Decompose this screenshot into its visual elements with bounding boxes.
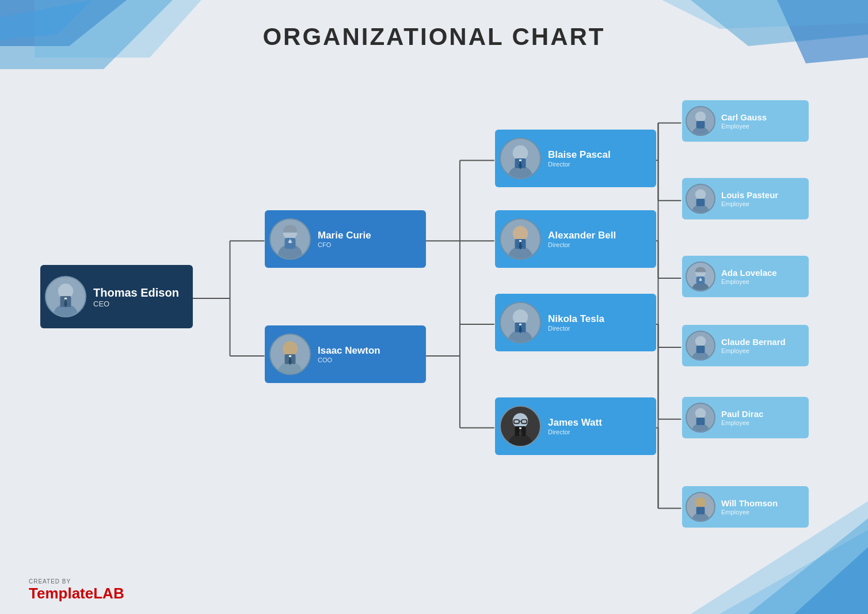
- svg-point-86: [695, 336, 706, 346]
- chart-container: Thomas Edison CEO Marie Curie CFO: [23, 63, 845, 568]
- employee-bernard-role: Employee: [721, 347, 786, 354]
- cfo-name: Marie Curie: [318, 230, 371, 241]
- svg-point-68: [513, 413, 528, 428]
- employee-bernard-text: Claude Bernard Employee: [721, 337, 786, 354]
- svg-rect-75: [519, 427, 521, 429]
- director-bell-role: Director: [548, 241, 616, 248]
- director-watt-avatar: [500, 405, 541, 447]
- director-watt-node: James Watt Director: [495, 397, 656, 455]
- employee-bernard-name: Claude Bernard: [721, 337, 786, 347]
- svg-point-92: [695, 497, 706, 507]
- director-pascal-role: Director: [548, 161, 611, 168]
- director-tesla-node: Nikola Tesla Director: [495, 294, 656, 351]
- svg-rect-62: [519, 240, 521, 242]
- employee-lovelace-name: Ada Lovelace: [721, 268, 777, 278]
- footer-brand-regular: Template: [29, 585, 93, 602]
- svg-rect-91: [696, 418, 705, 425]
- footer-brand: TemplateLAB: [29, 585, 124, 602]
- ceo-name: Thomas Edison: [93, 286, 179, 300]
- director-pascal-node: Blaise Pascal Director: [495, 130, 656, 187]
- cfo-avatar: [269, 218, 311, 260]
- director-pascal-text: Blaise Pascal Director: [548, 149, 611, 168]
- footer-brand-bold: LAB: [93, 585, 124, 602]
- employee-pasteur-text: Louis Pasteur Employee: [721, 190, 778, 207]
- svg-point-48: [283, 341, 298, 356]
- employee-thomson-text: Will Thomson Employee: [721, 498, 778, 516]
- coo-text: Isaac Newton COO: [318, 345, 380, 363]
- employee-pasteur-name: Louis Pasteur: [721, 190, 778, 200]
- cfo-node: Marie Curie CFO: [265, 210, 426, 268]
- footer-created-by: CREATED BY: [29, 578, 71, 585]
- svg-point-53: [513, 145, 528, 160]
- svg-rect-57: [519, 160, 521, 161]
- coo-role: COO: [318, 357, 380, 363]
- employee-lovelace-node: Ada Lovelace Employee: [682, 256, 809, 297]
- employee-gauss-node: Carl Gauss Employee: [682, 100, 809, 142]
- employee-pasteur-role: Employee: [721, 200, 778, 207]
- employee-bernard-avatar: [686, 331, 715, 361]
- director-watt-role: Director: [548, 429, 602, 435]
- director-tesla-name: Nikola Tesla: [548, 313, 604, 325]
- employee-gauss-text: Carl Gauss Employee: [721, 112, 767, 130]
- director-bell-node: Alexander Bell Director: [495, 210, 656, 268]
- director-watt-text: James Watt Director: [548, 417, 602, 435]
- cfo-text: Marie Curie CFO: [318, 230, 371, 248]
- svg-point-79: [695, 189, 706, 199]
- svg-rect-78: [696, 121, 705, 128]
- employee-gauss-role: Employee: [721, 123, 767, 130]
- employee-lovelace-text: Ada Lovelace Employee: [721, 268, 777, 285]
- svg-rect-43: [64, 298, 67, 300]
- employee-thomson-name: Will Thomson: [721, 498, 778, 509]
- employee-lovelace-role: Employee: [721, 278, 777, 285]
- svg-point-76: [695, 111, 706, 122]
- footer: CREATED BY TemplateLAB: [29, 578, 124, 602]
- employee-pasteur-node: Louis Pasteur Employee: [682, 178, 809, 219]
- svg-rect-94: [696, 507, 705, 514]
- director-pascal-avatar: [500, 138, 541, 179]
- employee-lovelace-avatar: [686, 261, 715, 291]
- director-pascal-name: Blaise Pascal: [548, 149, 611, 161]
- employee-dirac-role: Employee: [721, 419, 763, 426]
- svg-rect-81: [696, 199, 705, 206]
- svg-rect-88: [696, 346, 705, 353]
- ceo-node: Thomas Edison CEO: [40, 265, 193, 328]
- svg-rect-67: [519, 324, 521, 325]
- page-title: ORGANIZATIONAL CHART: [0, 23, 868, 51]
- coo-avatar: [269, 333, 311, 375]
- employee-dirac-text: Paul Dirac Employee: [721, 409, 763, 426]
- ceo-text: Thomas Edison CEO: [93, 286, 179, 308]
- employee-dirac-node: Paul Dirac Employee: [682, 397, 809, 438]
- svg-point-58: [513, 226, 528, 241]
- ceo-avatar: [45, 276, 86, 317]
- employee-gauss-avatar: [686, 106, 715, 136]
- employee-thomson-avatar: [686, 492, 715, 522]
- employee-dirac-avatar: [686, 403, 715, 433]
- director-bell-avatar: [500, 218, 541, 260]
- coo-name: Isaac Newton: [318, 345, 380, 357]
- employee-dirac-name: Paul Dirac: [721, 409, 763, 419]
- svg-point-89: [695, 408, 706, 418]
- director-tesla-avatar: [500, 302, 541, 343]
- employee-pasteur-avatar: [686, 184, 715, 214]
- employee-gauss-name: Carl Gauss: [721, 112, 767, 123]
- director-bell-name: Alexander Bell: [548, 230, 616, 241]
- employee-bernard-node: Claude Bernard Employee: [682, 325, 809, 366]
- cfo-role: CFO: [318, 241, 371, 248]
- employee-thomson-role: Employee: [721, 509, 778, 516]
- director-bell-text: Alexander Bell Director: [548, 230, 616, 248]
- ceo-role: CEO: [93, 300, 179, 308]
- director-tesla-role: Director: [548, 325, 604, 332]
- employee-thomson-node: Will Thomson Employee: [682, 486, 809, 528]
- director-watt-name: James Watt: [548, 417, 602, 429]
- svg-rect-52: [289, 355, 291, 357]
- director-tesla-text: Nikola Tesla Director: [548, 313, 604, 332]
- svg-point-63: [513, 309, 528, 324]
- coo-node: Isaac Newton COO: [265, 325, 426, 383]
